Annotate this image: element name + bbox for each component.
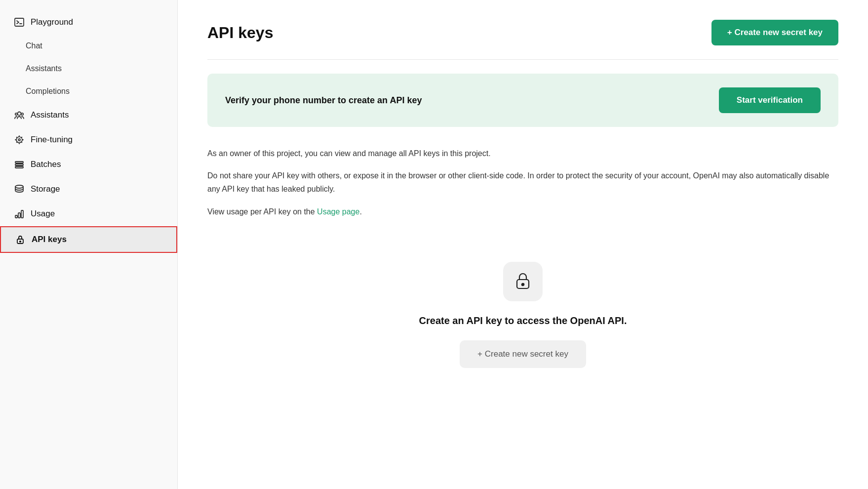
header-divider	[207, 59, 838, 60]
description-line3: View usage per API key on the Usage page…	[207, 205, 838, 218]
sidebar-item-batches[interactable]: Batches	[0, 152, 177, 177]
description-line3-suffix: .	[359, 207, 361, 216]
sidebar-item-chat[interactable]: Chat	[0, 35, 177, 57]
batches-icon	[14, 159, 25, 170]
verify-banner-text: Verify your phone number to create an AP…	[225, 95, 422, 106]
create-new-secret-key-button-bottom[interactable]: + Create new secret key	[460, 340, 586, 368]
api-keys-icon	[15, 234, 26, 245]
finetuning-icon	[14, 134, 25, 145]
page-header: API keys + Create new secret key	[207, 20, 838, 45]
svg-rect-7	[15, 162, 23, 163]
sidebar-item-chat-label: Chat	[26, 41, 42, 50]
svg-rect-9	[15, 166, 23, 168]
sidebar-item-playground[interactable]: Playground	[0, 10, 177, 35]
lock-icon-container	[503, 262, 543, 301]
sidebar-item-assistants[interactable]: Assistants	[0, 103, 177, 127]
sidebar: Playground Chat Assistants Completions A…	[0, 0, 178, 489]
description-line2: Do not share your API key with others, o…	[207, 169, 838, 196]
svg-rect-11	[15, 215, 17, 218]
usage-page-link[interactable]: Usage page	[317, 207, 359, 216]
svg-point-5	[18, 139, 20, 141]
start-verification-button[interactable]: Start verification	[719, 87, 821, 113]
sidebar-item-usage-label: Usage	[31, 209, 55, 219]
sidebar-item-assistants-label: Assistants	[31, 110, 69, 120]
sidebar-item-playground-label: Playground	[31, 17, 73, 27]
description-line1: As an owner of this project, you can vie…	[207, 147, 838, 160]
empty-state: Create an API key to access the OpenAI A…	[207, 242, 838, 388]
sidebar-item-fine-tuning[interactable]: Fine-tuning	[0, 127, 177, 152]
description-line3-prefix: View usage per API key on the	[207, 207, 317, 216]
svg-rect-0	[15, 18, 24, 26]
page-title: API keys	[207, 24, 273, 42]
sidebar-item-assistants-sub[interactable]: Assistants	[0, 57, 177, 80]
svg-point-15	[20, 241, 21, 242]
terminal-icon	[14, 17, 25, 28]
svg-rect-12	[18, 213, 20, 218]
main-content: API keys + Create new secret key Verify …	[178, 0, 868, 489]
verify-banner: Verify your phone number to create an AP…	[207, 74, 838, 127]
sidebar-item-completions[interactable]: Completions	[0, 80, 177, 103]
sidebar-item-api-keys-label: API keys	[32, 235, 67, 244]
sidebar-item-fine-tuning-label: Fine-tuning	[31, 135, 73, 145]
empty-state-title: Create an API key to access the OpenAI A…	[419, 315, 627, 326]
sidebar-item-batches-label: Batches	[31, 160, 61, 169]
storage-icon	[14, 184, 25, 195]
sidebar-item-usage[interactable]: Usage	[0, 202, 177, 226]
svg-rect-13	[21, 210, 23, 218]
assistants-icon	[14, 110, 25, 121]
sidebar-item-assistants-sub-label: Assistants	[26, 64, 62, 73]
sidebar-item-completions-label: Completions	[26, 87, 70, 96]
svg-point-4	[21, 113, 23, 115]
sidebar-item-api-keys[interactable]: API keys	[0, 226, 177, 253]
sidebar-item-storage[interactable]: Storage	[0, 177, 177, 202]
svg-rect-8	[15, 164, 23, 165]
svg-point-2	[18, 112, 21, 116]
svg-point-17	[522, 284, 524, 285]
create-new-secret-key-button-top[interactable]: + Create new secret key	[711, 20, 838, 45]
svg-point-10	[15, 185, 23, 188]
usage-icon	[14, 208, 25, 219]
svg-point-6	[16, 137, 22, 143]
description-section: As an owner of this project, you can vie…	[207, 147, 838, 218]
lock-icon	[513, 271, 533, 292]
sidebar-item-storage-label: Storage	[31, 184, 60, 194]
svg-point-3	[15, 113, 17, 115]
